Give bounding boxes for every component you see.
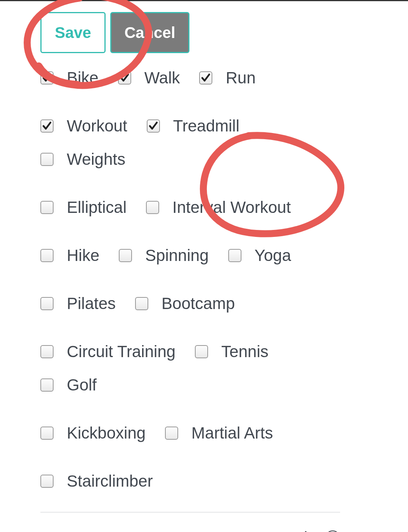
checkbox[interactable] [40, 345, 54, 358]
activity-label: Tennis [221, 342, 268, 361]
activity-item[interactable]: Circuit Training [40, 342, 175, 361]
activity-label: Run [226, 69, 255, 87]
activity-label: Elliptical [67, 198, 127, 217]
cancel-button[interactable]: Cancel [110, 12, 189, 53]
activity-item[interactable]: Spinning [119, 246, 208, 265]
activity-label: Weights [67, 150, 125, 169]
activity-label: Spinning [145, 246, 208, 265]
activity-item[interactable]: Golf [40, 376, 97, 394]
activity-label: Hike [67, 246, 99, 265]
checkbox[interactable] [119, 249, 132, 262]
button-row: Save Cancel [0, 1, 408, 53]
activities-list: BikeWalkRunWorkoutTreadmillWeightsEllipt… [0, 53, 318, 491]
checkbox[interactable] [40, 201, 54, 214]
checkbox[interactable] [40, 249, 54, 262]
activity-item[interactable]: Pilates [40, 294, 116, 313]
checkbox[interactable] [135, 297, 148, 310]
checkbox[interactable] [40, 71, 54, 85]
checkbox[interactable] [40, 475, 54, 488]
activity-label: Kickboxing [67, 424, 146, 442]
activity-label: Treadmill [173, 117, 240, 135]
activity-label: Bike [67, 69, 99, 87]
save-button[interactable]: Save [40, 12, 106, 53]
activity-item[interactable]: Kickboxing [40, 424, 146, 442]
activity-item[interactable]: Weights [40, 150, 125, 169]
activity-item[interactable]: Bootcamp [135, 294, 235, 313]
activity-item[interactable]: Bike [40, 69, 99, 87]
activity-label: Martial Arts [191, 424, 273, 442]
interval-workout-value: 30 seconds [236, 529, 315, 532]
activity-item[interactable]: Elliptical [40, 198, 127, 217]
checkbox[interactable] [118, 71, 131, 85]
checkbox[interactable] [40, 153, 54, 166]
chevron-down-icon[interactable] [325, 530, 340, 532]
checkbox[interactable] [40, 378, 54, 392]
activity-item[interactable]: Run [199, 69, 255, 87]
activity-item[interactable]: Hike [40, 246, 99, 265]
checkbox[interactable] [40, 119, 54, 133]
interval-workout-row[interactable]: INTERVAL WORKOUT 30 seconds [40, 513, 340, 532]
checkbox[interactable] [146, 201, 159, 214]
activity-item[interactable]: Stairclimber [40, 472, 153, 491]
activity-label: Circuit Training [67, 342, 175, 361]
checkbox[interactable] [228, 249, 241, 262]
activity-item[interactable]: Martial Arts [165, 424, 273, 442]
activity-item[interactable]: Tennis [195, 342, 268, 361]
activity-label: Golf [67, 376, 97, 394]
checkbox[interactable] [199, 71, 212, 85]
checkbox[interactable] [147, 119, 160, 133]
activity-item[interactable]: Interval Workout [146, 198, 291, 217]
checkbox[interactable] [195, 345, 208, 358]
activity-label: Yoga [255, 246, 291, 265]
checkbox[interactable] [165, 427, 178, 440]
checkbox[interactable] [40, 297, 54, 310]
activity-label: Bootcamp [161, 294, 235, 313]
checkbox[interactable] [40, 427, 54, 440]
interval-workout-value-group: 30 seconds [236, 529, 340, 532]
activity-label: Workout [67, 117, 127, 135]
activity-label: Stairclimber [67, 472, 153, 491]
activity-item[interactable]: Yoga [228, 246, 291, 265]
activity-item[interactable]: Walk [118, 69, 180, 87]
activity-label: Pilates [67, 294, 116, 313]
activity-label: Interval Workout [172, 198, 291, 217]
activity-label: Walk [144, 69, 180, 87]
activity-item[interactable]: Workout [40, 117, 127, 135]
interval-workout-label: INTERVAL WORKOUT [40, 529, 204, 532]
activity-item[interactable]: Treadmill [147, 117, 240, 135]
